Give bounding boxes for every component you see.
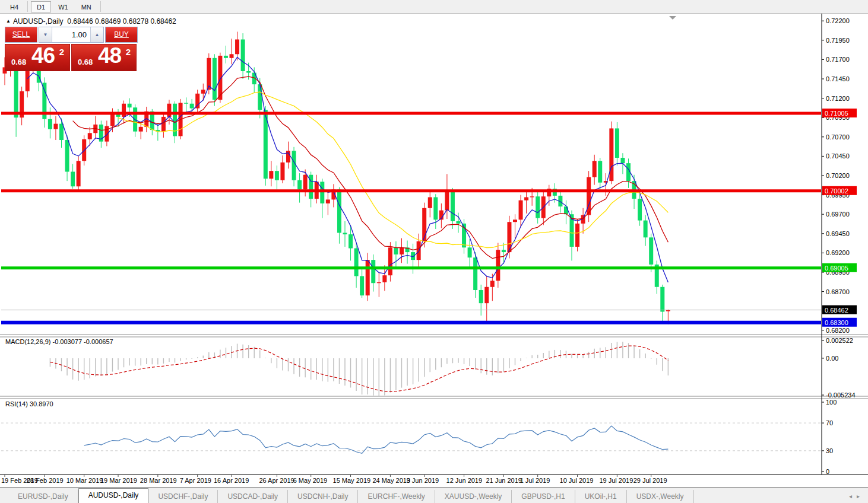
timeframe-d1-button[interactable]: D1	[31, 1, 51, 12]
svg-text:0.71200: 0.71200	[826, 95, 850, 102]
svg-text:0.68700: 0.68700	[826, 288, 850, 295]
svg-text:0.69700: 0.69700	[826, 211, 850, 218]
price-badge: 0.68300	[822, 318, 857, 327]
price-badge: 0.71005	[822, 109, 857, 117]
toolbar-separator	[27, 1, 28, 12]
svg-text:0.71950: 0.71950	[826, 37, 850, 44]
buy-price-big-digits: 48	[98, 43, 121, 68]
tab-audusd-daily[interactable]: AUDUSD-,Daily	[78, 488, 149, 503]
svg-text:26 Apr 2019: 26 Apr 2019	[259, 477, 294, 484]
svg-text:30: 30	[826, 447, 833, 454]
svg-text:0.70700: 0.70700	[826, 133, 850, 141]
chart-title: ▲AUDUSD-,Daily 0.68446 0.68469 0.68278 0…	[6, 17, 176, 26]
tab-scroll-left-icon[interactable]: ◂	[849, 493, 857, 499]
buy-price-prefix: 0.68	[78, 58, 93, 66]
buy-quote-box[interactable]: 0.68 48 2	[71, 44, 137, 71]
tab-ukoil-h1[interactable]: UKOil-,H1	[575, 490, 627, 503]
svg-text:100: 100	[826, 399, 837, 406]
svg-text:0.69450: 0.69450	[826, 230, 850, 237]
svg-text:28 Mar 2019: 28 Mar 2019	[140, 477, 177, 484]
svg-text:6 May 2019: 6 May 2019	[293, 477, 327, 484]
sell-button-label: SELL	[12, 30, 30, 39]
svg-text:0.71005: 0.71005	[825, 110, 848, 117]
price-badge: 0.68462	[822, 305, 857, 314]
svg-text:0.72200: 0.72200	[826, 17, 850, 24]
svg-text:16 Apr 2019: 16 Apr 2019	[214, 477, 249, 484]
svg-text:7 Apr 2019: 7 Apr 2019	[180, 477, 211, 484]
tab-eurusd-daily[interactable]: EURUSD-,Daily	[8, 490, 78, 503]
sell-price-pipette: 2	[59, 47, 64, 57]
svg-text:12 Jun 2019: 12 Jun 2019	[446, 477, 483, 484]
svg-text:0.69005: 0.69005	[825, 265, 848, 272]
timeframe-mn-button[interactable]: MN	[75, 1, 97, 12]
svg-text:28 Feb 2019: 28 Feb 2019	[27, 477, 64, 484]
svg-text:1 Jul 2019: 1 Jul 2019	[520, 477, 550, 484]
buy-price-pipette: 2	[126, 47, 131, 57]
buy-button[interactable]: BUY	[105, 27, 138, 43]
collapse-trade-panel-icon[interactable]: ▲	[6, 18, 11, 24]
tab-usdchf-daily[interactable]: USDCHF-,Daily	[148, 490, 218, 503]
price-badge: 0.70002	[822, 186, 857, 195]
timeframe-w1-button[interactable]: W1	[52, 1, 74, 12]
svg-text:0.00: 0.00	[826, 355, 838, 362]
tab-usdcnh-daily[interactable]: USDCNH-,Daily	[288, 490, 358, 503]
sell-price-prefix: 0.68	[11, 58, 26, 66]
tab-eurchf-weekly[interactable]: EURCHF-,Weekly	[358, 490, 435, 503]
svg-text:0.68200: 0.68200	[826, 327, 850, 334]
svg-text:0.002522: 0.002522	[826, 337, 853, 344]
tab-xauusd-weekly[interactable]: XAUUSD-,Weekly	[435, 490, 512, 503]
rsi-label: RSI(14) 30.8970	[5, 400, 53, 408]
svg-text:0.70200: 0.70200	[826, 172, 850, 179]
macd-label: MACD(12,26,9) -0.003077 -0.000657	[5, 338, 113, 345]
chart-ohlc-values: 0.68446 0.68469 0.68278 0.68462	[67, 17, 176, 26]
timeframe-toolbar: H4 D1 W1 MN	[0, 0, 868, 14]
svg-text:19 Jul 2019: 19 Jul 2019	[599, 477, 633, 484]
volume-decrease-button[interactable]: ▼	[39, 27, 52, 42]
chart-canvas[interactable]: 0.722000.719500.717000.714500.712000.709…	[0, 14, 868, 488]
tab-usdx-weekly[interactable]: USDX-,Weekly	[627, 490, 694, 503]
buy-button-label: BUY	[114, 30, 129, 39]
svg-text:21 Jun 2019: 21 Jun 2019	[486, 477, 522, 484]
sell-button[interactable]: SELL	[5, 27, 37, 43]
price-badge: 0.69005	[822, 263, 857, 272]
svg-text:0.70002: 0.70002	[825, 187, 848, 195]
tab-gbpusd-h1[interactable]: GBPUSD-,H1	[512, 490, 575, 503]
sell-quote-box[interactable]: 0.68 46 2	[5, 44, 70, 71]
svg-text:10 Jul 2019: 10 Jul 2019	[560, 477, 594, 484]
svg-text:0.71450: 0.71450	[826, 75, 850, 82]
volume-input[interactable]	[52, 27, 90, 42]
svg-text:-0.005234: -0.005234	[826, 391, 856, 399]
toolbar-separator	[100, 1, 101, 12]
tab-scroll-right-icon[interactable]: ▸	[857, 493, 864, 499]
chart-symbol-label: AUDUSD-,Daily	[13, 17, 64, 26]
svg-text:10 Mar 2019: 10 Mar 2019	[66, 477, 103, 484]
volume-spinner: ▼ ▲	[39, 27, 104, 43]
one-click-trade-panel: SELL ▼ ▲ BUY 0.68 46 2 0.68 48 2	[5, 27, 138, 71]
svg-text:70: 70	[826, 419, 833, 426]
svg-text:0.71700: 0.71700	[826, 56, 850, 63]
svg-text:0.70450: 0.70450	[826, 152, 850, 160]
svg-text:0.68462: 0.68462	[825, 307, 848, 314]
symbol-tab-bar: EURUSD-,Daily AUDUSD-,Daily USDCHF-,Dail…	[0, 488, 868, 503]
svg-text:15 May 2019: 15 May 2019	[333, 477, 371, 484]
svg-text:0.69200: 0.69200	[826, 249, 850, 256]
svg-text:3 Jun 2019: 3 Jun 2019	[407, 477, 439, 484]
svg-text:19 Mar 2019: 19 Mar 2019	[100, 477, 137, 484]
sell-price-big-digits: 46	[31, 43, 55, 68]
svg-text:24 May 2019: 24 May 2019	[372, 477, 410, 484]
svg-text:0: 0	[826, 468, 829, 475]
timeframe-h4-button[interactable]: H4	[4, 1, 24, 12]
tab-usdcad-daily[interactable]: USDCAD-,Daily	[218, 490, 288, 503]
volume-increase-button[interactable]: ▲	[90, 27, 103, 42]
svg-text:29 Jul 2019: 29 Jul 2019	[633, 477, 667, 484]
svg-text:0.68300: 0.68300	[825, 319, 848, 326]
